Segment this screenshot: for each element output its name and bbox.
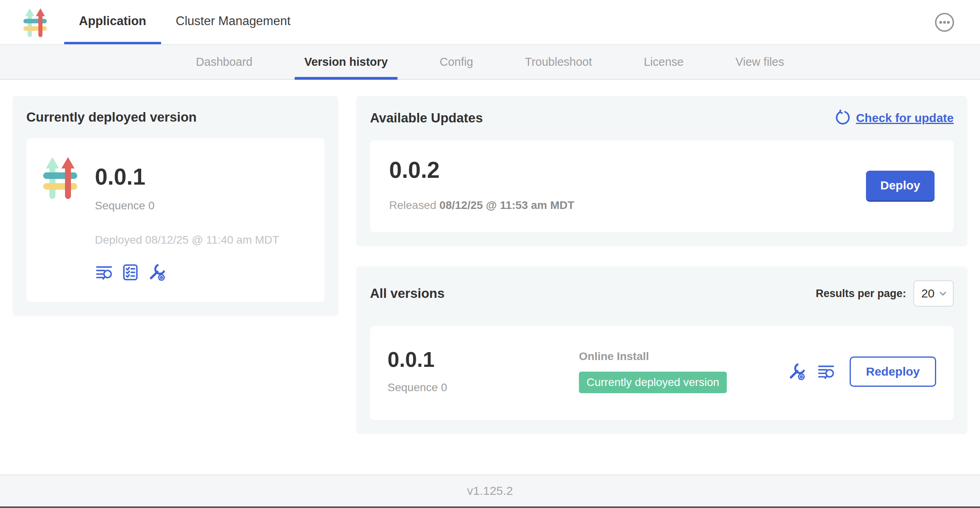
check-for-update-link[interactable]: Check for update [834,110,954,126]
available-updates-title: Available Updates [370,110,483,126]
deployed-action-icons [95,263,279,282]
header-spacer [305,0,935,44]
tab-cluster-management[interactable]: Cluster Management [161,0,305,44]
subnav-item-troubleshoot[interactable]: Troubleshoot [525,45,592,79]
ellipsis-icon [935,12,954,32]
check-for-update-label: Check for update [856,111,954,125]
subnav-item-license[interactable]: License [644,45,684,79]
deployed-version-info: 0.0.1 Sequence 0 Deployed 08/12/25 @ 11:… [95,156,279,282]
app-subnav: Dashboard Version history Config Trouble… [0,45,980,80]
refresh-icon [834,110,850,126]
footer: v1.125.2 [0,475,980,506]
console-version-label: v1.125.2 [467,484,513,498]
header-tabs: Application Cluster Management [64,0,305,44]
subnav-item-config[interactable]: Config [440,45,473,79]
config-wrench-icon[interactable] [148,263,166,282]
row-version-number: 0.0.1 [388,349,579,370]
right-column: Available Updates Check for update 0.0.2… [356,96,968,434]
all-versions-header: All versions Results per page: 20 [370,280,954,307]
all-versions-title: All versions [370,286,445,301]
app-logo [23,0,47,44]
version-row-info: 0.0.1 Sequence 0 [388,349,579,394]
currently-deployed-title: Currently deployed version [26,110,325,125]
deployed-sequence: Sequence 0 [95,199,279,212]
currently-deployed-badge: Currently deployed version [579,372,727,393]
update-info: 0.0.2 Released 08/12/25 @ 11:53 am MDT [389,159,575,212]
deploy-logs-icon[interactable] [95,263,113,282]
deploy-logs-icon[interactable] [817,362,835,381]
currently-deployed-card: Currently deployed version 0.0.1 Sequenc… [12,96,338,316]
deployed-timestamp: Deployed 08/12/25 @ 11:40 am MDT [95,234,279,246]
update-row: 0.0.2 Released 08/12/25 @ 11:53 am MDT D… [370,140,954,232]
more-options-button[interactable] [935,12,954,32]
version-row: 0.0.1 Sequence 0 Online Install Currentl… [370,326,954,420]
results-per-page-label: Results per page: [816,287,906,300]
config-wrench-icon[interactable] [787,362,806,381]
row-sequence: Sequence 0 [388,381,579,394]
main-content: Currently deployed version 0.0.1 Sequenc… [0,80,980,475]
available-updates-header: Available Updates Check for update [370,110,954,126]
released-prefix: Released [389,199,436,211]
version-row-status: Online Install Currently deployed versio… [579,350,787,393]
subnav-item-version-history[interactable]: Version history [304,45,388,79]
version-row-actions: Redeploy [787,356,936,387]
subnav-item-view-files[interactable]: View files [736,45,784,79]
app-logo-icon [42,156,78,199]
top-header: Application Cluster Management [0,0,980,45]
update-version-number: 0.0.2 [389,159,575,181]
tab-application[interactable]: Application [64,0,161,44]
deploy-button[interactable]: Deploy [866,171,935,200]
deployed-version-number: 0.0.1 [95,165,279,188]
install-type-label: Online Install [579,350,787,363]
bottom-edge-strip [0,506,980,508]
redeploy-button[interactable]: Redeploy [850,356,936,387]
all-versions-card: All versions Results per page: 20 0.0.1 … [356,266,968,434]
preflight-checks-icon[interactable] [121,263,140,282]
deployed-version-panel: 0.0.1 Sequence 0 Deployed 08/12/25 @ 11:… [26,138,325,302]
kots-admin-console: Application Cluster Management Dashboard… [0,0,980,508]
results-per-page-value: 20 [921,287,935,300]
results-per-page-select[interactable]: 20 [913,280,954,307]
results-per-page: Results per page: 20 [816,280,954,307]
chevron-down-icon [938,288,948,299]
released-date: 08/12/25 @ 11:53 am MDT [439,199,575,211]
subnav-item-dashboard[interactable]: Dashboard [196,45,252,79]
update-released-line: Released 08/12/25 @ 11:53 am MDT [389,199,575,212]
available-updates-card: Available Updates Check for update 0.0.2… [356,96,968,246]
app-logo-icon [23,8,47,37]
